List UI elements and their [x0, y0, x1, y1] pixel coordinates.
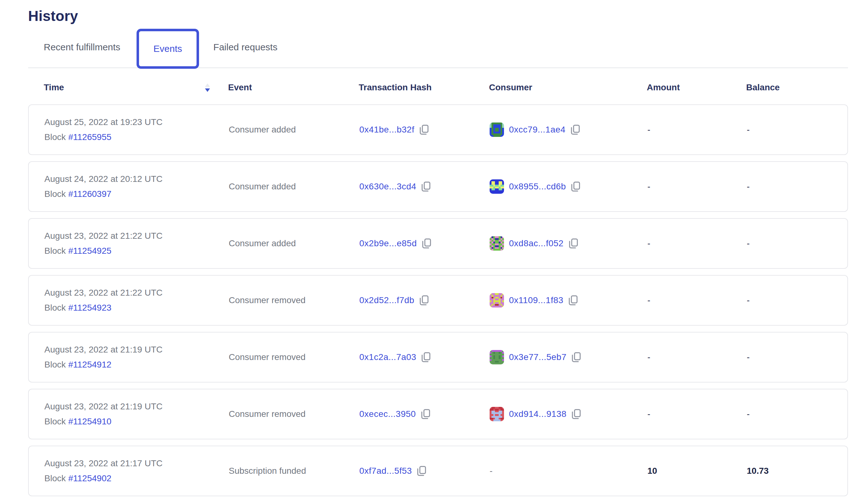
avatar-pixel [502, 306, 504, 307]
transaction-hash-link[interactable]: 0x2b9e...e85d [359, 238, 417, 248]
copy-consumer-address-button[interactable] [571, 124, 580, 135]
tab-bar: Recent fulfillments Events Failed reques… [28, 27, 848, 68]
consumer-identicon-avatar [490, 350, 504, 364]
transaction-hash-link[interactable]: 0x630e...3cd4 [359, 182, 416, 192]
consumer-cell: 0xd8ac...f052 [490, 236, 648, 251]
table-row: August 23, 2022 at 21:22 UTC Block#11254… [28, 218, 848, 269]
consumer-cell: 0x8955...cd6b [490, 179, 648, 194]
balance-cell: - [747, 125, 847, 135]
transaction-hash-link[interactable]: 0x41be...b32f [359, 125, 414, 135]
copy-transaction-hash-button[interactable] [421, 352, 431, 363]
table-row: August 23, 2022 at 21:17 UTC Block#11254… [28, 446, 848, 496]
transaction-hash-cell: 0x2d52...f7db [359, 295, 490, 306]
consumer-empty-dash: - [490, 466, 492, 476]
consumer-address-link[interactable]: 0x3e77...5eb7 [509, 352, 567, 362]
tab-recent-fulfillments[interactable]: Recent fulfillments [44, 42, 120, 53]
transaction-hash-link[interactable]: 0x1c2a...7a03 [359, 352, 416, 362]
block-number-link[interactable]: #11265955 [68, 132, 111, 142]
copy-consumer-address-button[interactable] [571, 409, 581, 419]
consumer-address-link[interactable]: 0x8955...cd6b [509, 182, 566, 192]
tab-events-label: Events [153, 43, 182, 54]
sort-up-triangle-icon [205, 83, 210, 87]
copy-consumer-address-button[interactable] [568, 295, 578, 306]
copy-consumer-address-button[interactable] [571, 352, 581, 363]
balance-cell: - [747, 182, 847, 192]
amount-header-label: Amount [647, 82, 680, 92]
column-header-amount: Amount [647, 82, 746, 92]
transaction-hash-link[interactable]: 0xecec...3950 [359, 409, 416, 419]
event-cell: Consumer added [229, 125, 359, 135]
timestamp-text: August 23, 2022 at 21:22 UTC [44, 288, 229, 298]
block-number-link[interactable]: #11254910 [68, 417, 111, 426]
time-cell: August 23, 2022 at 21:17 UTC Block#11254… [44, 458, 229, 484]
time-cell: August 23, 2022 at 21:22 UTC Block#11254… [44, 231, 229, 256]
copy-icon [571, 181, 580, 192]
copy-transaction-hash-button[interactable] [417, 466, 426, 476]
time-header-label: Time [44, 82, 64, 92]
copy-transaction-hash-button[interactable] [421, 409, 430, 419]
block-number-link[interactable]: #11254912 [68, 360, 111, 370]
tab-events[interactable]: Events [137, 29, 199, 69]
copy-consumer-address-button[interactable] [571, 181, 580, 192]
event-cell: Consumer added [229, 238, 359, 248]
block-line: Block#11254910 [44, 417, 229, 427]
copy-icon [568, 295, 578, 306]
consumer-cell: 0xd914...9138 [490, 407, 648, 421]
transaction-hash-link[interactable]: 0x2d52...f7db [359, 295, 414, 305]
block-number-link[interactable]: #11260397 [68, 189, 111, 199]
table-row: August 23, 2022 at 21:22 UTC Block#11254… [28, 275, 848, 326]
column-header-consumer: Consumer [489, 82, 647, 92]
amount-cell: - [648, 295, 747, 305]
transaction-hash-cell: 0x630e...3cd4 [359, 181, 490, 192]
copy-icon [419, 124, 429, 135]
block-number-link[interactable]: #11254925 [68, 246, 111, 255]
consumer-identicon-avatar [490, 236, 504, 251]
copy-icon [417, 466, 426, 476]
consumer-address-link[interactable]: 0x1109...1f83 [509, 295, 563, 305]
timestamp-text: August 24, 2022 at 20:12 UTC [44, 174, 229, 184]
events-table-body: August 25, 2022 at 19:23 UTC Block#11265… [28, 104, 848, 496]
copy-transaction-hash-button[interactable] [422, 238, 431, 249]
history-page: History Recent fulfillments Events Faile… [0, 0, 868, 496]
copy-icon [569, 238, 578, 249]
timestamp-text: August 23, 2022 at 21:19 UTC [44, 345, 229, 355]
block-label: Block [44, 360, 66, 370]
copy-icon [571, 409, 581, 419]
balance-cell: 10.73 [747, 466, 847, 476]
sort-down-triangle-icon [205, 89, 210, 92]
transaction-hash-cell: 0xf7ad...5f53 [359, 466, 490, 476]
timestamp-text: August 23, 2022 at 21:19 UTC [44, 401, 229, 411]
transaction-hash-cell: 0x2b9e...e85d [359, 238, 490, 249]
time-cell: August 24, 2022 at 20:12 UTC Block#11260… [44, 174, 229, 199]
block-label: Block [44, 417, 66, 426]
tab-failed-requests[interactable]: Failed requests [214, 42, 277, 53]
amount-cell: - [648, 125, 747, 135]
block-number-link[interactable]: #11254923 [68, 303, 111, 312]
sort-descending-icon[interactable] [205, 83, 210, 92]
transaction-hash-cell: 0xecec...3950 [359, 409, 490, 419]
block-label: Block [44, 303, 66, 312]
transaction-hash-link[interactable]: 0xf7ad...5f53 [359, 466, 412, 476]
balance-cell: - [747, 295, 847, 305]
copy-consumer-address-button[interactable] [569, 238, 578, 249]
block-number-link[interactable]: #11254902 [68, 474, 111, 483]
page-title: History [28, 5, 848, 24]
consumer-address-link[interactable]: 0xd8ac...f052 [509, 238, 564, 248]
table-row: August 25, 2022 at 19:23 UTC Block#11265… [28, 104, 848, 155]
block-label: Block [44, 474, 66, 483]
copy-transaction-hash-button[interactable] [421, 181, 431, 192]
transaction-hash-cell: 0x41be...b32f [359, 124, 490, 135]
column-header-time[interactable]: Time [44, 82, 228, 92]
time-cell: August 23, 2022 at 21:19 UTC Block#11254… [44, 345, 229, 370]
copy-transaction-hash-button[interactable] [419, 124, 429, 135]
block-line: Block#11254902 [44, 474, 229, 484]
amount-cell: - [648, 182, 747, 192]
time-cell: August 23, 2022 at 21:19 UTC Block#11254… [44, 401, 229, 427]
block-label: Block [44, 189, 66, 199]
event-cell: Consumer removed [229, 295, 359, 305]
consumer-address-link[interactable]: 0xd914...9138 [509, 409, 567, 419]
block-line: Block#11265955 [44, 132, 229, 142]
copy-transaction-hash-button[interactable] [419, 295, 429, 306]
consumer-cell: - [490, 466, 648, 476]
consumer-address-link[interactable]: 0xcc79...1ae4 [509, 125, 566, 135]
